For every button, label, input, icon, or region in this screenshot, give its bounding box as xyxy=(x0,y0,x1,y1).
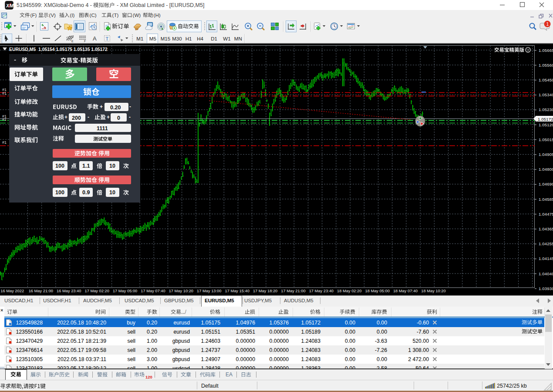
svg-text:MN: MN xyxy=(234,36,242,41)
svg-text:H4: H4 xyxy=(197,36,203,41)
svg-text:M5: M5 xyxy=(149,36,156,41)
svg-text:F: F xyxy=(84,40,86,43)
svg-text:M15: M15 xyxy=(161,36,170,41)
svg-text:M: M xyxy=(10,3,14,8)
svg-text:1: 1 xyxy=(546,21,549,27)
svg-text:H1: H1 xyxy=(185,36,192,41)
svg-text:#1: #1 xyxy=(2,140,7,145)
svg-text:W1: W1 xyxy=(223,36,230,41)
svg-text:#1: #1 xyxy=(2,91,7,95)
svg-text:#1: #1 xyxy=(2,117,7,122)
svg-text:T: T xyxy=(106,36,109,41)
svg-text:D1: D1 xyxy=(211,36,217,41)
svg-text:M30: M30 xyxy=(172,36,182,41)
svg-text:E: E xyxy=(71,40,74,43)
svg-text:M1: M1 xyxy=(136,36,143,41)
svg-text:A: A xyxy=(93,35,97,42)
